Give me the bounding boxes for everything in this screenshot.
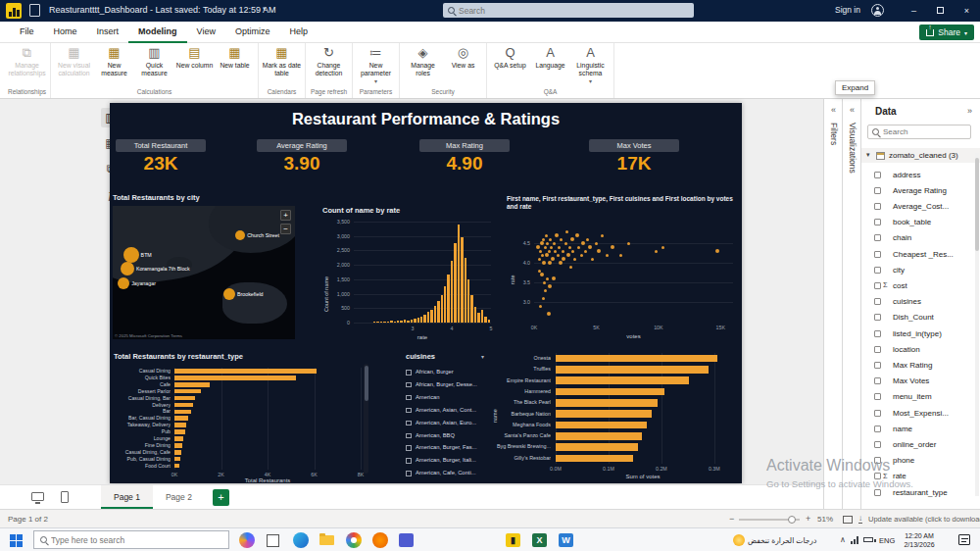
histogram-bar[interactable] xyxy=(441,295,443,323)
histogram-bar[interactable] xyxy=(423,315,425,323)
checkbox-icon[interactable] xyxy=(406,445,412,451)
scatter-point[interactable] xyxy=(553,242,556,245)
scatter-point[interactable] xyxy=(548,261,552,265)
data-pane-scrollbar[interactable] xyxy=(975,153,979,496)
battery-icon[interactable] xyxy=(863,537,873,542)
bar[interactable] xyxy=(556,366,709,374)
page-tab-page-1[interactable]: Page 1 xyxy=(101,485,153,510)
histogram-bar[interactable] xyxy=(411,320,413,323)
histogram-bar[interactable] xyxy=(481,310,483,323)
histogram-bar[interactable] xyxy=(461,237,463,323)
map-visual[interactable]: Total Restaurants by city + − Church Str… xyxy=(112,193,296,343)
histogram-bar[interactable] xyxy=(451,261,453,323)
bar[interactable] xyxy=(174,369,317,374)
bar[interactable] xyxy=(174,423,186,427)
scatter-point[interactable] xyxy=(551,257,555,261)
bar[interactable] xyxy=(174,450,181,455)
scatter-point[interactable] xyxy=(570,237,574,241)
scatter-point[interactable] xyxy=(627,242,630,245)
scatter-point[interactable] xyxy=(547,312,551,316)
close-button[interactable]: × xyxy=(954,0,980,22)
field-row-address[interactable]: address xyxy=(861,168,980,182)
network-icon[interactable] xyxy=(851,536,859,544)
scatter-point[interactable] xyxy=(611,245,614,249)
desktop-view-icon[interactable] xyxy=(31,492,44,501)
scatter-point[interactable] xyxy=(540,241,544,245)
scatter-point[interactable] xyxy=(542,261,546,265)
histogram-bar[interactable] xyxy=(465,258,466,323)
scatter-point[interactable] xyxy=(655,250,658,253)
word-icon[interactable]: W xyxy=(559,533,573,547)
field-row-listed-in-type[interactable]: listed_in(type) xyxy=(861,326,980,341)
scatter-point[interactable] xyxy=(591,258,594,261)
weather-icon[interactable] xyxy=(733,534,745,546)
scatter-point[interactable] xyxy=(555,233,559,237)
field-row-average-cost[interactable]: Average_Cost... xyxy=(861,199,980,214)
histogram-bar[interactable] xyxy=(447,275,449,323)
checkbox-icon[interactable] xyxy=(874,282,881,289)
ribbon-button-new-parameter[interactable]: ≔New parameter ▾ xyxy=(356,43,396,84)
scatter-point[interactable] xyxy=(546,277,549,280)
field-row-average-rating[interactable]: Average Rating xyxy=(861,183,980,198)
field-row-max-votes[interactable]: Max Votes xyxy=(861,375,980,389)
global-search-box[interactable] xyxy=(443,3,694,18)
clock[interactable]: 12:20 AM 2/13/2026 xyxy=(897,532,942,549)
histogram-bar[interactable] xyxy=(437,301,439,323)
collapse-table-chevron-icon[interactable]: ▾ xyxy=(866,151,870,159)
histogram-bar[interactable] xyxy=(380,322,382,323)
menu-tab-help[interactable]: Help xyxy=(279,22,318,43)
checkbox-icon[interactable] xyxy=(406,382,412,388)
sign-in-button[interactable]: Sign in xyxy=(835,5,860,15)
scatter-point[interactable] xyxy=(542,297,545,300)
cuisines-slicer[interactable]: cuisines ▾ African, BurgerAfrican, Burge… xyxy=(404,351,486,483)
scatter-visual[interactable]: First name, First restaurant_type, First… xyxy=(505,194,742,345)
filters-pane-collapsed[interactable]: « Filters xyxy=(823,99,842,509)
checkbox-icon[interactable] xyxy=(874,203,881,210)
restaurant-type-bar-visual[interactable]: Total Restaurants by restaurant_type Tot… xyxy=(112,348,376,483)
votes-bar-visual[interactable]: name Sum of votes OnestaTrufflesEmpire R… xyxy=(490,346,742,483)
checkbox-icon[interactable] xyxy=(874,457,881,464)
checkbox-icon[interactable] xyxy=(874,473,881,479)
scatter-point[interactable] xyxy=(571,250,574,253)
checkbox-icon[interactable] xyxy=(406,421,412,426)
scatter-point[interactable] xyxy=(554,250,557,253)
scatter-point[interactable] xyxy=(542,238,545,241)
checkbox-icon[interactable] xyxy=(874,393,881,400)
data-pane-search-input[interactable] xyxy=(883,127,961,136)
file-explorer-icon[interactable] xyxy=(319,535,334,545)
checkbox-icon[interactable] xyxy=(874,410,881,417)
scatter-point[interactable] xyxy=(715,249,719,253)
scatter-point[interactable] xyxy=(544,246,547,249)
chrome-icon[interactable] xyxy=(346,532,362,548)
checkbox-icon[interactable] xyxy=(874,330,881,337)
scatter-point[interactable] xyxy=(584,250,587,253)
histogram-bar[interactable] xyxy=(427,312,429,323)
checkbox-icon[interactable] xyxy=(874,426,881,432)
field-row-cost[interactable]: Σcost xyxy=(861,278,980,293)
map-bubble-koramangala-7th-block[interactable] xyxy=(121,262,134,276)
checkbox-icon[interactable] xyxy=(874,251,881,258)
map-zoom-out-button[interactable]: − xyxy=(280,224,291,234)
weather-text[interactable]: درجات الحرارة تنخفض xyxy=(748,536,836,545)
scatter-point[interactable] xyxy=(597,249,601,253)
bar[interactable] xyxy=(556,376,689,384)
task-view-icon[interactable] xyxy=(267,534,279,547)
bar[interactable] xyxy=(174,457,180,462)
slicer-item[interactable]: American xyxy=(404,393,486,405)
field-row-city[interactable]: city xyxy=(861,263,980,277)
field-row-restaurant-type[interactable]: restaurant_type xyxy=(861,485,980,500)
menu-tab-optimize[interactable]: Optimize xyxy=(225,22,280,43)
ribbon-button-view-as[interactable]: ◎View as xyxy=(443,43,483,70)
global-search-input[interactable] xyxy=(459,6,674,16)
scatter-point[interactable] xyxy=(549,238,552,241)
ribbon-button-change-detection[interactable]: ↻Change detection xyxy=(309,43,349,77)
ribbon-button-language[interactable]: ALanguage xyxy=(530,43,570,70)
scatter-point[interactable] xyxy=(550,246,553,249)
excel-icon[interactable]: X xyxy=(532,533,547,547)
histogram-bar[interactable] xyxy=(477,313,479,323)
histogram-bar[interactable] xyxy=(470,295,472,323)
ribbon-button-quick-measure[interactable]: ▥Quick measure xyxy=(134,43,174,77)
histogram-bar[interactable] xyxy=(467,279,469,323)
expand-filters-icon[interactable]: « xyxy=(824,105,843,115)
scatter-point[interactable] xyxy=(540,273,544,276)
